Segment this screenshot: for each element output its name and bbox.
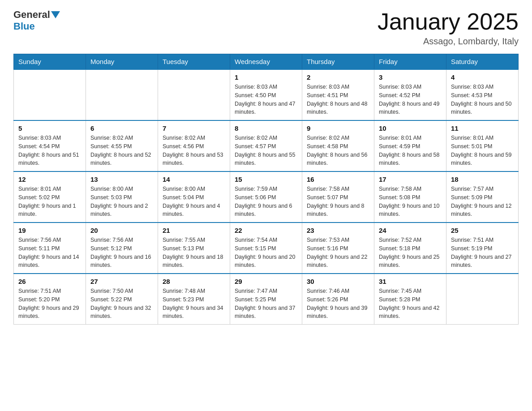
calendar-cell: 19Sunrise: 7:56 AM Sunset: 5:11 PM Dayli…	[14, 223, 86, 274]
calendar-cell: 10Sunrise: 8:01 AM Sunset: 4:59 PM Dayli…	[374, 120, 446, 171]
calendar-cell: 4Sunrise: 8:03 AM Sunset: 4:53 PM Daylig…	[446, 69, 519, 120]
day-number: 12	[18, 176, 81, 183]
location-subtitle: Assago, Lombardy, Italy	[378, 36, 519, 47]
day-number: 29	[235, 278, 297, 285]
day-info: Sunrise: 7:48 AM Sunset: 5:23 PM Dayligh…	[163, 287, 225, 321]
week-row-2: 5Sunrise: 8:03 AM Sunset: 4:54 PM Daylig…	[14, 120, 519, 171]
day-info: Sunrise: 8:00 AM Sunset: 5:03 PM Dayligh…	[90, 185, 153, 218]
logo-arrow-icon	[51, 11, 60, 18]
calendar-cell: 8Sunrise: 8:02 AM Sunset: 4:57 PM Daylig…	[230, 120, 302, 171]
calendar-header-sunday: Sunday	[14, 54, 86, 70]
logo-blue-text: Blue	[13, 21, 35, 32]
day-info: Sunrise: 7:53 AM Sunset: 5:16 PM Dayligh…	[307, 236, 369, 270]
day-number: 8	[235, 124, 297, 132]
week-row-1: 1Sunrise: 8:03 AM Sunset: 4:50 PM Daylig…	[14, 69, 519, 120]
day-number: 26	[18, 278, 81, 285]
logo: General Blue	[13, 9, 61, 32]
day-info: Sunrise: 8:02 AM Sunset: 4:56 PM Dayligh…	[163, 134, 225, 167]
logo-general-text: General	[13, 9, 50, 21]
calendar-header-wednesday: Wednesday	[230, 54, 302, 70]
week-row-5: 26Sunrise: 7:51 AM Sunset: 5:20 PM Dayli…	[14, 274, 519, 325]
calendar-cell: 3Sunrise: 8:03 AM Sunset: 4:52 PM Daylig…	[374, 69, 446, 120]
calendar-cell: 24Sunrise: 7:52 AM Sunset: 5:18 PM Dayli…	[374, 223, 446, 274]
day-number: 27	[90, 278, 153, 285]
day-info: Sunrise: 8:03 AM Sunset: 4:53 PM Dayligh…	[451, 83, 514, 116]
day-info: Sunrise: 7:51 AM Sunset: 5:20 PM Dayligh…	[18, 287, 81, 321]
day-number: 18	[451, 176, 514, 183]
day-number: 22	[235, 227, 297, 234]
day-info: Sunrise: 8:03 AM Sunset: 4:54 PM Dayligh…	[18, 134, 81, 167]
day-info: Sunrise: 7:54 AM Sunset: 5:15 PM Dayligh…	[235, 236, 297, 270]
day-number: 15	[235, 176, 297, 183]
calendar-cell: 20Sunrise: 7:56 AM Sunset: 5:12 PM Dayli…	[86, 223, 158, 274]
day-info: Sunrise: 7:59 AM Sunset: 5:06 PM Dayligh…	[235, 185, 297, 218]
calendar-cell: 15Sunrise: 7:59 AM Sunset: 5:06 PM Dayli…	[230, 171, 302, 223]
day-info: Sunrise: 7:46 AM Sunset: 5:26 PM Dayligh…	[307, 287, 369, 321]
day-info: Sunrise: 8:01 AM Sunset: 4:59 PM Dayligh…	[379, 134, 442, 167]
day-number: 19	[18, 227, 81, 234]
day-number: 24	[379, 227, 442, 234]
day-number: 25	[451, 227, 514, 234]
day-number: 23	[307, 227, 369, 234]
day-number: 1	[235, 73, 297, 81]
calendar-cell: 29Sunrise: 7:47 AM Sunset: 5:25 PM Dayli…	[230, 274, 302, 325]
day-info: Sunrise: 7:45 AM Sunset: 5:28 PM Dayligh…	[379, 287, 442, 321]
day-number: 2	[307, 73, 369, 81]
calendar-header-friday: Friday	[374, 54, 446, 70]
calendar-cell: 5Sunrise: 8:03 AM Sunset: 4:54 PM Daylig…	[14, 120, 86, 171]
day-info: Sunrise: 7:50 AM Sunset: 5:22 PM Dayligh…	[90, 287, 153, 321]
day-info: Sunrise: 7:47 AM Sunset: 5:25 PM Dayligh…	[235, 287, 297, 321]
day-number: 6	[90, 124, 153, 132]
calendar-cell: 16Sunrise: 7:58 AM Sunset: 5:07 PM Dayli…	[302, 171, 374, 223]
day-info: Sunrise: 8:03 AM Sunset: 4:52 PM Dayligh…	[379, 83, 442, 116]
day-number: 3	[379, 73, 442, 81]
day-number: 31	[379, 278, 442, 285]
day-info: Sunrise: 8:00 AM Sunset: 5:04 PM Dayligh…	[163, 185, 225, 218]
week-row-4: 19Sunrise: 7:56 AM Sunset: 5:11 PM Dayli…	[14, 223, 519, 274]
calendar-header-row: SundayMondayTuesdayWednesdayThursdayFrid…	[14, 54, 519, 70]
calendar-cell: 18Sunrise: 7:57 AM Sunset: 5:09 PM Dayli…	[446, 171, 519, 223]
calendar-cell	[446, 274, 519, 325]
calendar-cell: 25Sunrise: 7:51 AM Sunset: 5:19 PM Dayli…	[446, 223, 519, 274]
calendar-cell: 27Sunrise: 7:50 AM Sunset: 5:22 PM Dayli…	[86, 274, 158, 325]
month-year-title: January 2025	[378, 9, 519, 34]
day-info: Sunrise: 8:03 AM Sunset: 4:51 PM Dayligh…	[307, 83, 369, 116]
calendar-cell: 7Sunrise: 8:02 AM Sunset: 4:56 PM Daylig…	[158, 120, 230, 171]
day-number: 30	[307, 278, 369, 285]
day-number: 10	[379, 124, 442, 132]
calendar-header-thursday: Thursday	[302, 54, 374, 70]
day-info: Sunrise: 7:51 AM Sunset: 5:19 PM Dayligh…	[451, 236, 514, 270]
calendar-cell: 30Sunrise: 7:46 AM Sunset: 5:26 PM Dayli…	[302, 274, 374, 325]
calendar-cell: 31Sunrise: 7:45 AM Sunset: 5:28 PM Dayli…	[374, 274, 446, 325]
calendar-table: SundayMondayTuesdayWednesdayThursdayFrid…	[13, 54, 519, 325]
week-row-3: 12Sunrise: 8:01 AM Sunset: 5:02 PM Dayli…	[14, 171, 519, 223]
calendar-cell: 21Sunrise: 7:55 AM Sunset: 5:13 PM Dayli…	[158, 223, 230, 274]
calendar-cell: 9Sunrise: 8:02 AM Sunset: 4:58 PM Daylig…	[302, 120, 374, 171]
day-number: 21	[163, 227, 225, 234]
calendar-cell: 26Sunrise: 7:51 AM Sunset: 5:20 PM Dayli…	[14, 274, 86, 325]
calendar-cell	[14, 69, 86, 120]
day-info: Sunrise: 8:02 AM Sunset: 4:58 PM Dayligh…	[307, 134, 369, 167]
calendar-cell	[86, 69, 158, 120]
day-info: Sunrise: 8:01 AM Sunset: 5:01 PM Dayligh…	[451, 134, 514, 167]
day-info: Sunrise: 8:02 AM Sunset: 4:55 PM Dayligh…	[90, 134, 153, 167]
day-info: Sunrise: 7:52 AM Sunset: 5:18 PM Dayligh…	[379, 236, 442, 270]
calendar-cell: 11Sunrise: 8:01 AM Sunset: 5:01 PM Dayli…	[446, 120, 519, 171]
day-info: Sunrise: 7:58 AM Sunset: 5:08 PM Dayligh…	[379, 185, 442, 218]
calendar-cell	[158, 69, 230, 120]
calendar-cell: 14Sunrise: 8:00 AM Sunset: 5:04 PM Dayli…	[158, 171, 230, 223]
day-number: 11	[451, 124, 514, 132]
calendar-cell: 2Sunrise: 8:03 AM Sunset: 4:51 PM Daylig…	[302, 69, 374, 120]
calendar-cell: 1Sunrise: 8:03 AM Sunset: 4:50 PM Daylig…	[230, 69, 302, 120]
day-info: Sunrise: 7:57 AM Sunset: 5:09 PM Dayligh…	[451, 185, 514, 218]
calendar-cell: 22Sunrise: 7:54 AM Sunset: 5:15 PM Dayli…	[230, 223, 302, 274]
day-info: Sunrise: 7:58 AM Sunset: 5:07 PM Dayligh…	[307, 185, 369, 218]
day-info: Sunrise: 8:02 AM Sunset: 4:57 PM Dayligh…	[235, 134, 297, 167]
calendar-cell: 13Sunrise: 8:00 AM Sunset: 5:03 PM Dayli…	[86, 171, 158, 223]
day-info: Sunrise: 7:56 AM Sunset: 5:11 PM Dayligh…	[18, 236, 81, 270]
calendar-cell: 17Sunrise: 7:58 AM Sunset: 5:08 PM Dayli…	[374, 171, 446, 223]
day-info: Sunrise: 7:56 AM Sunset: 5:12 PM Dayligh…	[90, 236, 153, 270]
day-info: Sunrise: 8:01 AM Sunset: 5:02 PM Dayligh…	[18, 185, 81, 218]
title-section: January 2025 Assago, Lombardy, Italy	[378, 9, 519, 47]
page-header: General Blue January 2025 Assago, Lombar…	[13, 9, 519, 47]
